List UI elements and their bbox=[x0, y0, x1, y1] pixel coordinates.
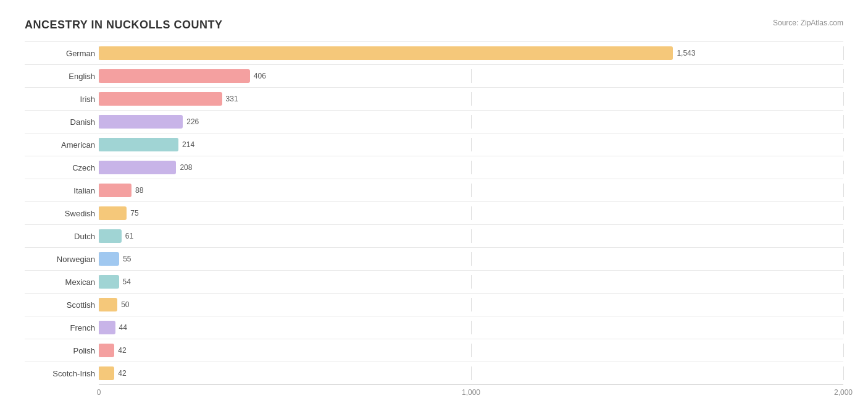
bar-label: English bbox=[25, 72, 99, 81]
bar-fill: 406 bbox=[99, 69, 250, 83]
bar-label: German bbox=[25, 49, 99, 58]
bar-fill: 214 bbox=[99, 138, 178, 151]
bar-fill: 1,543 bbox=[99, 46, 673, 60]
bar-row: French44 bbox=[25, 316, 843, 339]
bar-fill: 42 bbox=[99, 344, 114, 357]
bar-value-label: 331 bbox=[226, 95, 238, 103]
bar-label: Czech bbox=[25, 163, 99, 172]
bar-value-label: 54 bbox=[123, 277, 131, 286]
bar-track: 331 bbox=[99, 92, 843, 106]
bar-label: Dutch bbox=[25, 232, 99, 241]
bar-fill: 54 bbox=[99, 275, 119, 289]
bar-value-label: 44 bbox=[119, 323, 127, 332]
bar-track: 61 bbox=[99, 229, 843, 243]
bar-label: Swedish bbox=[25, 209, 99, 218]
bar-row: Swedish75 bbox=[25, 201, 843, 224]
bar-track: 226 bbox=[99, 115, 843, 129]
bar-fill: 50 bbox=[99, 298, 117, 311]
bar-track: 42 bbox=[99, 344, 843, 357]
bar-value-label: 75 bbox=[130, 209, 138, 218]
bar-fill: 61 bbox=[99, 229, 122, 243]
bar-label: Mexican bbox=[25, 277, 99, 287]
bar-label: Scottish bbox=[25, 300, 99, 310]
bar-row: Norwegian55 bbox=[25, 247, 843, 270]
chart-container: ANCESTRY IN NUCKOLLS COUNTY Source: ZipA… bbox=[12, 12, 856, 398]
bar-track: 55 bbox=[99, 252, 843, 266]
bar-row: Polish42 bbox=[25, 339, 843, 362]
bar-value-label: 214 bbox=[182, 140, 194, 149]
x-axis-tick: 0 bbox=[97, 388, 101, 397]
chart-header: ANCESTRY IN NUCKOLLS COUNTY Source: ZipA… bbox=[25, 19, 843, 32]
bar-value-label: 208 bbox=[180, 163, 192, 172]
bar-value-label: 42 bbox=[118, 369, 126, 378]
bar-fill: 226 bbox=[99, 115, 183, 129]
bar-row: Dutch61 bbox=[25, 224, 843, 247]
bar-label: Scotch-Irish bbox=[25, 369, 99, 378]
bars-container: German1,543English406Irish331Danish226Am… bbox=[25, 41, 843, 384]
bar-row: Scotch-Irish42 bbox=[25, 362, 843, 384]
bar-track: 88 bbox=[99, 184, 843, 197]
bar-row: Czech208 bbox=[25, 156, 843, 179]
bar-label: American bbox=[25, 140, 99, 150]
chart-body: German1,543English406Irish331Danish226Am… bbox=[25, 41, 843, 398]
bar-track: 1,543 bbox=[99, 46, 843, 60]
bar-track: 75 bbox=[99, 206, 843, 220]
chart-source: Source: ZipAtlas.com bbox=[773, 19, 843, 27]
bar-value-label: 226 bbox=[186, 117, 199, 126]
bar-track: 208 bbox=[99, 161, 843, 174]
bar-row: Scottish50 bbox=[25, 293, 843, 316]
bar-fill: 44 bbox=[99, 321, 115, 334]
bar-row: Danish226 bbox=[25, 110, 843, 133]
bar-fill: 75 bbox=[99, 206, 127, 220]
bar-label: Irish bbox=[25, 95, 99, 104]
x-axis-tick: 1,000 bbox=[462, 388, 480, 397]
bar-label: Polish bbox=[25, 346, 99, 355]
bar-track: 406 bbox=[99, 69, 843, 83]
bar-value-label: 406 bbox=[254, 72, 266, 80]
bar-value-label: 1,543 bbox=[677, 49, 695, 57]
chart-title: ANCESTRY IN NUCKOLLS COUNTY bbox=[25, 19, 223, 32]
x-axis-tick: 2,000 bbox=[834, 388, 853, 397]
bar-label: Italian bbox=[25, 186, 99, 195]
bar-value-label: 61 bbox=[125, 232, 133, 240]
bar-fill: 55 bbox=[99, 252, 119, 266]
bar-fill: 42 bbox=[99, 366, 114, 380]
bar-row: American214 bbox=[25, 133, 843, 156]
bar-value-label: 42 bbox=[118, 346, 126, 355]
bar-track: 50 bbox=[99, 298, 843, 311]
bar-fill: 331 bbox=[99, 92, 222, 106]
bar-row: Mexican54 bbox=[25, 270, 843, 293]
bar-row: Italian88 bbox=[25, 179, 843, 201]
bar-fill: 208 bbox=[99, 161, 176, 174]
bar-label: Norwegian bbox=[25, 255, 99, 264]
bar-track: 42 bbox=[99, 366, 843, 380]
bar-track: 214 bbox=[99, 138, 843, 151]
bar-row: German1,543 bbox=[25, 41, 843, 64]
bar-track: 44 bbox=[99, 321, 843, 334]
bar-value-label: 50 bbox=[121, 300, 129, 309]
bar-track: 54 bbox=[99, 275, 843, 289]
bar-label: French bbox=[25, 323, 99, 332]
bar-value-label: 55 bbox=[123, 255, 131, 263]
bar-label: Danish bbox=[25, 117, 99, 127]
bar-row: Irish331 bbox=[25, 87, 843, 110]
bar-row: English406 bbox=[25, 64, 843, 87]
bar-fill: 88 bbox=[99, 184, 131, 197]
bar-value-label: 88 bbox=[135, 186, 143, 195]
x-axis-container: 01,0002,000 bbox=[25, 384, 843, 398]
